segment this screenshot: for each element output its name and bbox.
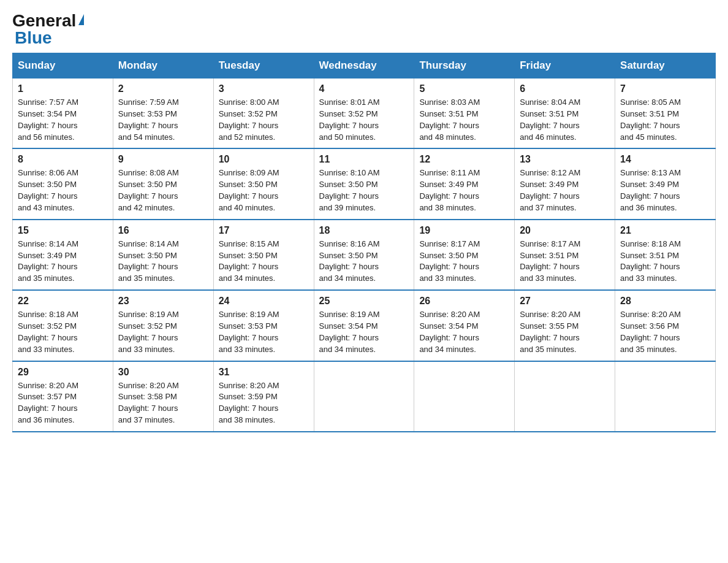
calendar-cell: 21Sunrise: 8:18 AMSunset: 3:51 PMDayligh… [615, 220, 716, 290]
week-row-1: 1Sunrise: 7:57 AMSunset: 3:54 PMDaylight… [13, 79, 716, 149]
day-number: 28 [620, 296, 710, 307]
week-row-3: 15Sunrise: 8:14 AMSunset: 3:49 PMDayligh… [13, 220, 716, 290]
day-number: 3 [219, 83, 309, 94]
day-info: Sunrise: 8:06 AMSunset: 3:50 PMDaylight:… [18, 167, 108, 213]
day-number: 15 [18, 225, 108, 236]
day-info: Sunrise: 8:18 AMSunset: 3:51 PMDaylight:… [620, 239, 710, 285]
day-info: Sunrise: 8:12 AMSunset: 3:49 PMDaylight:… [520, 167, 610, 213]
calendar-cell: 16Sunrise: 8:14 AMSunset: 3:50 PMDayligh… [113, 220, 213, 290]
day-info: Sunrise: 8:17 AMSunset: 3:50 PMDaylight:… [419, 239, 509, 285]
calendar-cell: 3Sunrise: 8:00 AMSunset: 3:52 PMDaylight… [213, 79, 314, 149]
day-info: Sunrise: 8:05 AMSunset: 3:51 PMDaylight:… [620, 97, 710, 143]
calendar-cell: 25Sunrise: 8:19 AMSunset: 3:54 PMDayligh… [314, 290, 414, 361]
calendar-cell [314, 361, 414, 432]
calendar-cell: 27Sunrise: 8:20 AMSunset: 3:55 PMDayligh… [515, 290, 615, 361]
day-number: 16 [118, 225, 208, 236]
calendar-cell: 1Sunrise: 7:57 AMSunset: 3:54 PMDaylight… [13, 79, 113, 149]
day-info: Sunrise: 8:20 AMSunset: 3:54 PMDaylight:… [419, 309, 509, 355]
day-number: 1 [18, 83, 108, 94]
calendar-cell [414, 361, 515, 432]
day-info: Sunrise: 8:15 AMSunset: 3:50 PMDaylight:… [219, 239, 309, 285]
day-number: 2 [118, 83, 208, 94]
calendar-cell: 18Sunrise: 8:16 AMSunset: 3:50 PMDayligh… [314, 220, 414, 290]
calendar-cell: 4Sunrise: 8:01 AMSunset: 3:52 PMDaylight… [314, 79, 414, 149]
week-row-2: 8Sunrise: 8:06 AMSunset: 3:50 PMDaylight… [13, 148, 716, 219]
day-number: 10 [219, 154, 309, 165]
header-tuesday: Tuesday [213, 53, 314, 79]
day-info: Sunrise: 8:18 AMSunset: 3:52 PMDaylight:… [18, 309, 108, 355]
calendar-cell: 31Sunrise: 8:20 AMSunset: 3:59 PMDayligh… [213, 361, 314, 432]
calendar-cell: 20Sunrise: 8:17 AMSunset: 3:51 PMDayligh… [515, 220, 615, 290]
day-info: Sunrise: 8:14 AMSunset: 3:49 PMDaylight:… [18, 239, 108, 285]
day-number: 9 [118, 154, 208, 165]
calendar-cell: 30Sunrise: 8:20 AMSunset: 3:58 PMDayligh… [113, 361, 213, 432]
calendar-cell: 15Sunrise: 8:14 AMSunset: 3:49 PMDayligh… [13, 220, 113, 290]
calendar-cell: 17Sunrise: 8:15 AMSunset: 3:50 PMDayligh… [213, 220, 314, 290]
calendar-cell: 19Sunrise: 8:17 AMSunset: 3:50 PMDayligh… [414, 220, 515, 290]
day-info: Sunrise: 8:03 AMSunset: 3:51 PMDaylight:… [419, 97, 509, 143]
day-info: Sunrise: 8:01 AMSunset: 3:52 PMDaylight:… [319, 97, 409, 143]
day-info: Sunrise: 8:20 AMSunset: 3:59 PMDaylight:… [219, 380, 309, 426]
day-number: 22 [18, 296, 108, 307]
calendar-cell: 2Sunrise: 7:59 AMSunset: 3:53 PMDaylight… [113, 79, 213, 149]
day-info: Sunrise: 8:08 AMSunset: 3:50 PMDaylight:… [118, 167, 208, 213]
day-number: 5 [419, 83, 509, 94]
logo-triangle-icon [78, 14, 84, 25]
header-friday: Friday [515, 53, 615, 79]
week-row-5: 29Sunrise: 8:20 AMSunset: 3:57 PMDayligh… [13, 361, 716, 432]
day-number: 30 [118, 367, 208, 378]
day-number: 12 [419, 154, 509, 165]
calendar-cell: 5Sunrise: 8:03 AMSunset: 3:51 PMDaylight… [414, 79, 515, 149]
day-number: 23 [118, 296, 208, 307]
day-info: Sunrise: 8:19 AMSunset: 3:54 PMDaylight:… [319, 309, 409, 355]
day-number: 24 [219, 296, 309, 307]
day-number: 6 [520, 83, 610, 94]
day-number: 29 [18, 367, 108, 378]
calendar-cell [515, 361, 615, 432]
day-number: 20 [520, 225, 610, 236]
calendar-table: SundayMondayTuesdayWednesdayThursdayFrid… [12, 53, 716, 432]
calendar-cell: 22Sunrise: 8:18 AMSunset: 3:52 PMDayligh… [13, 290, 113, 361]
calendar-cell: 13Sunrise: 8:12 AMSunset: 3:49 PMDayligh… [515, 148, 615, 219]
day-info: Sunrise: 8:20 AMSunset: 3:56 PMDaylight:… [620, 309, 710, 355]
day-number: 21 [620, 225, 710, 236]
calendar-cell [615, 361, 716, 432]
day-number: 31 [219, 367, 309, 378]
calendar-cell: 23Sunrise: 8:19 AMSunset: 3:52 PMDayligh… [113, 290, 213, 361]
header-sunday: Sunday [13, 53, 113, 79]
day-number: 7 [620, 83, 710, 94]
day-info: Sunrise: 7:57 AMSunset: 3:54 PMDaylight:… [18, 97, 108, 143]
week-row-4: 22Sunrise: 8:18 AMSunset: 3:52 PMDayligh… [13, 290, 716, 361]
logo-blue-text: Blue [15, 29, 52, 47]
day-info: Sunrise: 8:00 AMSunset: 3:52 PMDaylight:… [219, 97, 309, 143]
header-monday: Monday [113, 53, 213, 79]
day-info: Sunrise: 8:11 AMSunset: 3:49 PMDaylight:… [419, 167, 509, 213]
day-info: Sunrise: 8:20 AMSunset: 3:58 PMDaylight:… [118, 380, 208, 426]
day-number: 13 [520, 154, 610, 165]
day-number: 4 [319, 83, 409, 94]
calendar-cell: 14Sunrise: 8:13 AMSunset: 3:49 PMDayligh… [615, 148, 716, 219]
calendar-cell: 9Sunrise: 8:08 AMSunset: 3:50 PMDaylight… [113, 148, 213, 219]
calendar-cell: 8Sunrise: 8:06 AMSunset: 3:50 PMDaylight… [13, 148, 113, 219]
calendar-cell: 10Sunrise: 8:09 AMSunset: 3:50 PMDayligh… [213, 148, 314, 219]
calendar-cell: 11Sunrise: 8:10 AMSunset: 3:50 PMDayligh… [314, 148, 414, 219]
day-number: 14 [620, 154, 710, 165]
day-info: Sunrise: 8:09 AMSunset: 3:50 PMDaylight:… [219, 167, 309, 213]
calendar-cell: 29Sunrise: 8:20 AMSunset: 3:57 PMDayligh… [13, 361, 113, 432]
page-header: General Blue [12, 12, 716, 47]
day-info: Sunrise: 8:16 AMSunset: 3:50 PMDaylight:… [319, 239, 409, 285]
day-info: Sunrise: 8:19 AMSunset: 3:53 PMDaylight:… [219, 309, 309, 355]
calendar-cell: 7Sunrise: 8:05 AMSunset: 3:51 PMDaylight… [615, 79, 716, 149]
day-info: Sunrise: 8:04 AMSunset: 3:51 PMDaylight:… [520, 97, 610, 143]
day-number: 26 [419, 296, 509, 307]
day-info: Sunrise: 8:14 AMSunset: 3:50 PMDaylight:… [118, 239, 208, 285]
calendar-cell: 6Sunrise: 8:04 AMSunset: 3:51 PMDaylight… [515, 79, 615, 149]
calendar-cell: 24Sunrise: 8:19 AMSunset: 3:53 PMDayligh… [213, 290, 314, 361]
day-number: 11 [319, 154, 409, 165]
day-number: 27 [520, 296, 610, 307]
day-info: Sunrise: 8:19 AMSunset: 3:52 PMDaylight:… [118, 309, 208, 355]
day-info: Sunrise: 8:13 AMSunset: 3:49 PMDaylight:… [620, 167, 710, 213]
day-info: Sunrise: 7:59 AMSunset: 3:53 PMDaylight:… [118, 97, 208, 143]
day-info: Sunrise: 8:17 AMSunset: 3:51 PMDaylight:… [520, 239, 610, 285]
day-number: 18 [319, 225, 409, 236]
